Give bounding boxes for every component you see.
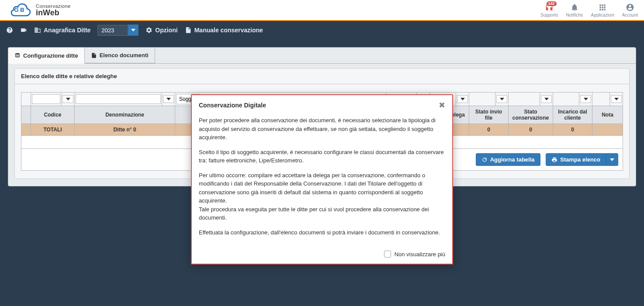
filter-incarico-dd[interactable] xyxy=(580,95,591,103)
anagrafica-menu[interactable]: Anagrafica Ditte xyxy=(34,27,90,34)
totals-v3: 0 xyxy=(469,124,509,136)
account-icon[interactable]: Account xyxy=(622,3,638,17)
panel-title: Elenco delle ditte e relative deleghe xyxy=(15,69,629,84)
col-codice: Codice xyxy=(31,106,75,124)
support-icon[interactable]: 142 Supporto xyxy=(540,3,558,17)
modal-p3a: Per ultimo occorre: compilare ed accetta… xyxy=(199,171,445,195)
manuale-label: Manuale conservazione xyxy=(194,27,263,34)
filter-denominazione-dd[interactable] xyxy=(163,95,174,103)
modal-title: Conservazione Digitale xyxy=(199,102,266,109)
modal-body: Per poter procedere alla conservazione d… xyxy=(192,114,452,194)
col-incarico: Incarico dal cliente xyxy=(553,106,592,124)
aggiorna-button[interactable]: Aggiorna tabella xyxy=(476,153,540,166)
stampa-label: Stampa elenco xyxy=(560,156,600,163)
filter-denominazione[interactable] xyxy=(76,94,161,104)
notifications-label: Notifiche xyxy=(566,13,583,17)
totals-v4: 0 xyxy=(509,124,553,136)
tab-configurazione[interactable]: Configurazione ditte xyxy=(8,48,85,64)
anagrafica-label: Anagrafica Ditte xyxy=(44,27,90,34)
col-statocons: Stato conservazione xyxy=(509,106,553,124)
year-select xyxy=(97,24,138,36)
account-label: Account xyxy=(622,13,638,17)
manuale-menu[interactable]: Manuale conservazione xyxy=(185,27,263,34)
modal-header: Conservazione Digitale ✖ xyxy=(192,95,452,114)
filter-statocons-dd[interactable] xyxy=(541,95,552,103)
logo-text-bottom: inWeb xyxy=(36,9,71,17)
totals-label: TOTALI xyxy=(31,124,75,136)
modal-p1: Per poter procedere alla conservazione d… xyxy=(199,116,445,142)
help-icon[interactable] xyxy=(6,27,13,34)
filter-statoinvio-dd[interactable] xyxy=(496,95,507,103)
year-dropdown-button[interactable] xyxy=(128,24,138,36)
stampa-caret[interactable] xyxy=(606,153,618,166)
svg-text:G B: G B xyxy=(14,7,24,13)
modal-p2: Scelto il tipo di soggetto acquirente, è… xyxy=(199,148,445,165)
tab-configurazione-label: Configurazione ditte xyxy=(23,52,78,59)
tab-elenco-label: Elenco documenti xyxy=(100,52,149,58)
modal-close-button[interactable]: ✖ xyxy=(439,100,445,110)
main-menu: Anagrafica Ditte Opzioni Manuale conserv… xyxy=(0,21,644,39)
filter-codice[interactable] xyxy=(32,94,60,104)
svg-point-1 xyxy=(15,53,19,54)
header-bar: G B Conservazione inWeb 142 Supporto Not… xyxy=(0,0,644,21)
filter-nota-dd[interactable] xyxy=(611,95,622,103)
logo-cloud-icon: G B xyxy=(6,2,32,18)
tab-elenco[interactable]: Elenco documenti xyxy=(85,48,155,63)
logo-text-top: Conservazione xyxy=(36,4,71,9)
video-icon[interactable] xyxy=(20,27,27,34)
apps-label: Applicazioni xyxy=(591,13,614,17)
modal-dialog: Conservazione Digitale ✖ Per poter proce… xyxy=(191,94,453,194)
col-statoinvio: Stato invio file xyxy=(469,106,509,124)
header-icons: 142 Supporto Notifiche Applicazioni Acco… xyxy=(540,3,638,17)
apps-icon[interactable]: Applicazioni xyxy=(591,3,614,17)
opzioni-label: Opzioni xyxy=(155,27,177,34)
tabs: Configurazione ditte Elenco documenti xyxy=(8,48,636,64)
support-label: Supporto xyxy=(540,13,558,17)
logo[interactable]: G B Conservazione inWeb xyxy=(6,2,71,18)
year-input[interactable] xyxy=(97,25,128,36)
filter-esito-dd[interactable] xyxy=(457,95,468,103)
stampa-button[interactable]: Stampa elenco xyxy=(546,153,606,166)
totals-v5: 0 xyxy=(553,124,592,136)
support-badge: 142 xyxy=(547,1,557,6)
stampa-split: Stampa elenco xyxy=(546,153,618,166)
col-nota: Nota xyxy=(592,106,623,124)
opzioni-menu[interactable]: Opzioni xyxy=(145,27,177,34)
aggiorna-label: Aggiorna tabella xyxy=(490,156,535,163)
col-denominazione: Denominazione xyxy=(75,106,175,124)
filter-codice-dd[interactable] xyxy=(62,95,73,103)
totals-ditte: Ditte n° 0 xyxy=(75,124,175,136)
notifications-icon[interactable]: Notifiche xyxy=(566,3,583,17)
